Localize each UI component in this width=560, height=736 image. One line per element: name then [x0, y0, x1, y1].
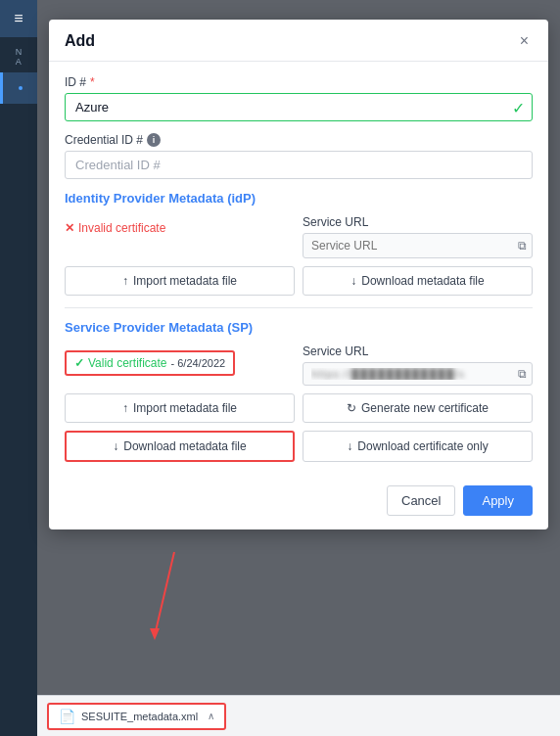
sp-download-metadata-icon: ↓ [113, 439, 118, 453]
bottom-bar: 📄 SESUITE_metadata.xml ∧ [37, 695, 560, 736]
modal-dialog: Add × ID # * ✓ Credential ID # i [49, 20, 548, 529]
idp-service-url-label: Service URL [303, 215, 533, 229]
sp-service-url-group: Service URL ⧉ [303, 345, 533, 386]
idp-grid: ✕ Invalid certificate Service URL ⧉ [65, 215, 533, 258]
sidebar-nav-item-n[interactable]: NA [0, 41, 37, 72]
modal-backdrop: Add × ID # * ✓ Credential ID # i [37, 0, 560, 736]
idp-service-url-group: Service URL ⧉ [303, 215, 533, 258]
id-input[interactable] [65, 93, 533, 121]
modal-body: ID # * ✓ Credential ID # i Identity Prov… [49, 62, 548, 476]
sidebar-nav-item-active[interactable] [0, 72, 37, 104]
sp-download-cert-icon: ↓ [347, 439, 352, 453]
sp-grid: ✓ Valid certificate - 6/24/2022 Service … [65, 345, 533, 386]
valid-check-icon: ✓ [512, 98, 525, 116]
file-icon: 📄 [59, 709, 75, 724]
x-icon: ✕ [65, 221, 74, 235]
id-label: ID # * [65, 75, 533, 89]
chevron-up-icon: ∧ [208, 711, 214, 721]
sp-service-url-input[interactable] [303, 362, 533, 386]
credential-id-input[interactable] [65, 151, 533, 179]
sp-cert-status: ✓ Valid certificate - 6/24/2022 [65, 345, 295, 382]
modal-header: Add × [49, 20, 548, 62]
modal-title: Add [65, 32, 95, 50]
sp-upload-icon: ↑ [122, 401, 128, 415]
section-divider [65, 307, 533, 308]
sp-download-cert-btn[interactable]: ↓ Download certificate only [303, 431, 533, 462]
sp-section-title: Service Provider Metadata (SP) [65, 320, 533, 335]
required-indicator: * [90, 75, 95, 89]
sp-url-wrapper: ⧉ [303, 362, 533, 386]
sp-service-url-label: Service URL [303, 345, 533, 358]
id-form-group: ID # * ✓ [65, 75, 533, 121]
sp-download-metadata-btn[interactable]: ↓ Download metadata file [65, 431, 295, 462]
sp-cert-valid-box: ✓ Valid certificate - 6/24/2022 [65, 350, 235, 376]
idp-left: ✕ Invalid certificate [65, 215, 295, 258]
idp-cert-status: ✕ Invalid certificate [65, 215, 295, 241]
sp-generate-cert-btn[interactable]: ↻ Generate new certificate [303, 393, 533, 423]
download-icon: ↓ [350, 274, 356, 288]
apply-button[interactable]: Apply [463, 485, 533, 516]
sp-btn-group-2: ↓ Download metadata file ↓ Download cert… [65, 431, 533, 462]
credential-id-label: Credential ID # i [65, 133, 533, 147]
sp-section: Service Provider Metadata (SP) ✓ Valid c… [65, 320, 533, 462]
close-button[interactable]: × [516, 31, 533, 51]
id-input-wrapper: ✓ [65, 93, 533, 121]
copy-icon[interactable]: ⧉ [518, 239, 527, 253]
sp-import-btn[interactable]: ↑ Import metadata file [65, 393, 295, 423]
modal-footer: Cancel Apply [49, 476, 548, 529]
idp-section: Identity Provider Metadata (idP) ✕ Inval… [65, 191, 533, 296]
credential-id-form-group: Credential ID # i [65, 133, 533, 179]
idp-btn-group: ↑ Import metadata file ↓ Download metada… [65, 266, 533, 296]
info-icon[interactable]: i [147, 133, 161, 147]
idp-download-btn[interactable]: ↓ Download metadata file [303, 266, 533, 296]
idp-import-btn[interactable]: ↑ Import metadata file [65, 266, 295, 296]
sp-left: ✓ Valid certificate - 6/24/2022 [65, 345, 295, 386]
sp-copy-icon[interactable]: ⧉ [518, 367, 527, 381]
download-filename: SESUITE_metadata.xml [81, 711, 198, 722]
upload-icon: ↑ [122, 274, 128, 288]
sidebar: ≡ NA [0, 0, 37, 736]
download-item[interactable]: 📄 SESUITE_metadata.xml ∧ [47, 703, 226, 730]
sp-refresh-icon: ↻ [347, 401, 356, 415]
sp-btn-group-1: ↑ Import metadata file ↻ Generate new ce… [65, 393, 533, 423]
check-icon: ✓ [74, 356, 84, 370]
idp-section-title: Identity Provider Metadata (idP) [65, 191, 533, 206]
idp-service-url-input[interactable] [303, 233, 533, 258]
idp-url-wrapper: ⧉ [303, 233, 533, 258]
cancel-button[interactable]: Cancel [387, 485, 455, 516]
sidebar-menu-icon[interactable]: ≡ [0, 0, 37, 37]
